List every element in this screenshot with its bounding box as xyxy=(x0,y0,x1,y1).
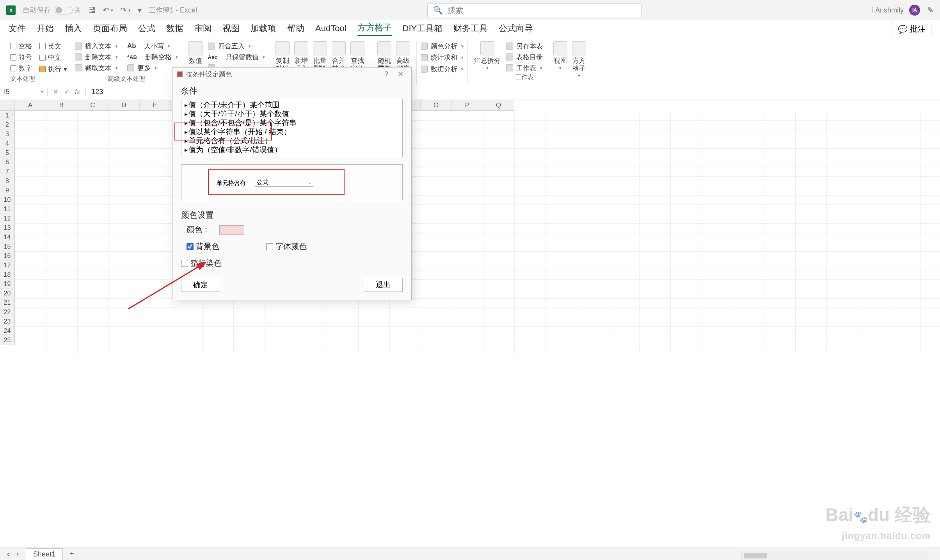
tab-审阅[interactable]: 审阅 xyxy=(194,23,211,36)
worksheet-btn[interactable]: 工作表 xyxy=(506,62,543,73)
trim-space-btn[interactable]: ᴬAB 删除空格 xyxy=(127,52,178,62)
row-header[interactable]: 1 xyxy=(0,111,15,120)
whole-row-checkbox[interactable]: 整行染色 xyxy=(181,258,222,268)
tab-方方格子[interactable]: 方方格子 xyxy=(357,22,392,36)
data-analysis-btn[interactable]: 数据分析 xyxy=(421,64,464,75)
save-sheet-btn[interactable]: 另存本表 xyxy=(506,41,543,52)
row-header[interactable]: 4 xyxy=(0,139,15,148)
row-header[interactable]: 12 xyxy=(0,214,15,223)
row-header[interactable]: 2 xyxy=(0,120,15,130)
row-header[interactable]: 21 xyxy=(0,298,15,308)
save-icon[interactable]: 🖫 xyxy=(88,6,96,15)
dialog-titlebar[interactable]: 按条件设定颜色 ? ✕ xyxy=(172,68,411,81)
btn-方方格子[interactable]: 方方格子▾ xyxy=(570,41,588,84)
row-header[interactable]: 8 xyxy=(0,176,15,186)
row-header[interactable]: 7 xyxy=(0,167,15,176)
btn-run[interactable]: 执行 ▾ xyxy=(39,64,67,75)
keepvalue-btn[interactable]: Aʙᴄ 只保留数值 xyxy=(208,52,265,62)
enter-icon[interactable]: ✓ xyxy=(64,88,69,96)
tab-插入[interactable]: 插入 xyxy=(65,23,82,36)
comments-button[interactable]: 💬 批注 xyxy=(892,22,931,36)
col-header[interactable]: A xyxy=(15,100,46,111)
tab-公式[interactable]: 公式 xyxy=(138,23,155,36)
stats-sum-btn[interactable]: 统计求和 xyxy=(421,52,464,63)
condition-option[interactable]: 值（包含/不包含/是）某个字符串 xyxy=(181,119,402,128)
help-icon[interactable]: ? xyxy=(381,70,391,78)
toc-btn[interactable]: 表格目录 xyxy=(506,52,543,62)
tab-数据[interactable]: 数据 xyxy=(166,23,183,36)
delete-text-btn[interactable]: 删除文本 xyxy=(75,52,118,62)
chk-space[interactable]: 空格 xyxy=(10,41,35,52)
condition-list[interactable]: 值（介于/未介于）某个范围值（大于/等于/小于）某个数值值（包含/不包含/是）某… xyxy=(181,99,403,157)
formula-select[interactable]: 公式⌄ xyxy=(255,178,313,187)
sheet-tab[interactable]: Sheet1 xyxy=(26,548,63,560)
tab-视图[interactable]: 视图 xyxy=(222,23,240,36)
row-header[interactable]: 17 xyxy=(0,261,15,270)
chk-number[interactable]: 数字 xyxy=(10,63,35,74)
exit-button[interactable]: 退出 xyxy=(364,278,403,292)
col-header[interactable]: O xyxy=(421,100,452,111)
sheet-nav-prev[interactable]: ‹ xyxy=(7,550,9,558)
tab-AudTool[interactable]: AudTool xyxy=(315,23,347,35)
ok-button[interactable]: 确定 xyxy=(181,278,220,292)
row-header[interactable]: 20 xyxy=(0,289,15,298)
sheet-nav-next[interactable]: › xyxy=(16,550,19,558)
condition-option[interactable]: 值（介于/未介于）某个范围 xyxy=(181,101,402,110)
pen-icon[interactable]: ✎ xyxy=(927,5,934,15)
tab-财务工具[interactable]: 财务工具 xyxy=(453,23,488,36)
formula-input[interactable]: 123 xyxy=(86,88,108,96)
tab-DIY工具箱[interactable]: DIY工具箱 xyxy=(403,23,443,36)
select-all-corner[interactable] xyxy=(0,100,15,111)
tab-文件[interactable]: 文件 xyxy=(9,23,26,36)
condition-option[interactable]: 值以某个字符串（开始 / 结束） xyxy=(181,128,402,137)
chk-symbol[interactable]: 符号 xyxy=(10,52,35,63)
color-swatch[interactable] xyxy=(219,225,244,235)
qat-dropdown[interactable]: ▾ xyxy=(138,5,142,15)
close-icon[interactable]: ✕ xyxy=(394,70,407,78)
fx-icon[interactable]: fx xyxy=(75,88,80,96)
redo-button[interactable]: ↷ xyxy=(120,5,131,15)
more-btn[interactable]: 更多 xyxy=(127,62,178,73)
insert-text-btn[interactable]: 插入文本 xyxy=(75,41,118,52)
row-header[interactable]: 19 xyxy=(0,279,15,289)
col-header[interactable]: E xyxy=(140,100,171,111)
row-header[interactable]: 5 xyxy=(0,148,15,158)
row-header[interactable]: 6 xyxy=(0,158,15,167)
tab-加载项[interactable]: 加载项 xyxy=(251,23,276,36)
round-btn[interactable]: 四舍五入 xyxy=(208,41,265,52)
color-analysis-btn[interactable]: 颜色分析 xyxy=(421,41,464,52)
tab-公式向导[interactable]: 公式向导 xyxy=(499,23,533,36)
row-header[interactable]: 10 xyxy=(0,195,15,204)
col-header[interactable]: Q xyxy=(483,100,514,111)
row-header[interactable]: 23 xyxy=(0,317,15,326)
row-header[interactable]: 16 xyxy=(0,251,15,261)
row-header[interactable]: 3 xyxy=(0,130,15,139)
btn-视图[interactable]: 视图▾ xyxy=(551,41,570,84)
row-header[interactable]: 15 xyxy=(0,242,15,251)
condition-option[interactable]: 值为（空值/非数字/错误值） xyxy=(181,146,402,155)
row-header[interactable]: 22 xyxy=(0,308,15,317)
summary-split-btn[interactable]: 汇总拆分▾ xyxy=(472,41,503,84)
row-header[interactable]: 11 xyxy=(0,204,15,214)
condition-option[interactable]: 值（大于/等于/小于）某个数值 xyxy=(181,110,402,119)
add-sheet-button[interactable]: + xyxy=(70,550,74,558)
undo-button[interactable]: ↶ xyxy=(103,5,113,15)
row-header[interactable]: 14 xyxy=(0,233,15,242)
case-btn[interactable]: Ab 大小写 xyxy=(127,41,178,52)
row-header[interactable]: 18 xyxy=(0,270,15,279)
extract-text-btn[interactable]: 截取文本 xyxy=(75,62,118,73)
condition-option[interactable]: 单元格含有（公式/批注） xyxy=(181,137,402,146)
chk-english[interactable]: 英文 xyxy=(39,41,67,52)
autosave-toggle[interactable]: 自动保存 关 xyxy=(23,5,81,15)
row-header[interactable]: 9 xyxy=(0,186,15,195)
col-header[interactable]: D xyxy=(108,100,140,111)
spreadsheet-grid[interactable]: ABCDENOPQ 123456789101112131415161718192… xyxy=(0,100,940,548)
horizontal-scrollbar[interactable] xyxy=(741,551,928,560)
search-input[interactable]: 🔍 搜索 xyxy=(427,3,642,17)
tab-页面布局[interactable]: 页面布局 xyxy=(93,23,127,36)
col-header[interactable]: B xyxy=(46,100,77,111)
name-box[interactable]: I5▾ xyxy=(0,88,48,96)
tab-开始[interactable]: 开始 xyxy=(37,23,54,36)
chk-chinese[interactable]: 中文 xyxy=(39,52,67,63)
cancel-icon[interactable]: ✕ xyxy=(53,88,59,96)
